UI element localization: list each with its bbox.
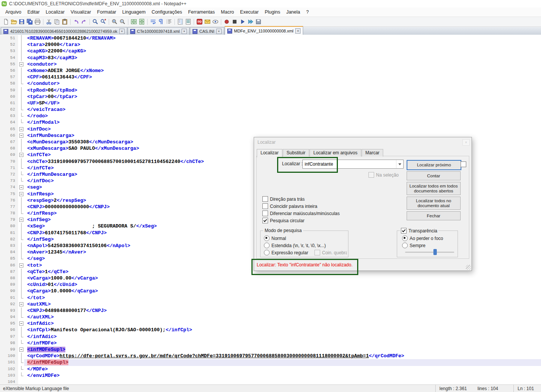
line-number[interactable]: 52 bbox=[0, 42, 18, 48]
menu-item-plugins[interactable]: Plugins bbox=[262, 8, 283, 16]
code-line[interactable]: 57<CPF>06141136443</CPF> bbox=[0, 74, 541, 80]
line-number[interactable]: 96 bbox=[0, 327, 18, 333]
code-text[interactable] bbox=[24, 379, 541, 385]
line-number[interactable]: 64 bbox=[0, 119, 18, 126]
code-line[interactable]: 103</enviMDFe> bbox=[0, 372, 541, 379]
code-line[interactable]: 63</rodo> bbox=[0, 113, 541, 119]
line-number[interactable]: 84 bbox=[0, 249, 18, 255]
fold-collapse-icon[interactable] bbox=[18, 346, 24, 353]
run-macro-multiple-icon[interactable] bbox=[247, 18, 254, 25]
search-value[interactable]: infContratante bbox=[303, 161, 396, 167]
code-line[interactable]: 61<UF>SP</UF> bbox=[0, 100, 541, 106]
line-number[interactable]: 83 bbox=[0, 243, 18, 249]
fold-collapse-icon[interactable] bbox=[18, 184, 24, 191]
line-number[interactable]: 104 bbox=[0, 379, 18, 385]
tab-close-icon[interactable] bbox=[295, 28, 301, 34]
find-all-current-doc-button[interactable]: Localizar todos no documento atual bbox=[407, 197, 461, 210]
tab-close-icon[interactable] bbox=[216, 29, 222, 34]
doc-map-icon[interactable] bbox=[177, 18, 184, 25]
count-button[interactable]: Contar bbox=[407, 171, 461, 180]
sync-horizontal-icon[interactable] bbox=[138, 18, 145, 25]
file-tab[interactable]: CAS.INI bbox=[190, 27, 224, 35]
undo-icon[interactable] bbox=[72, 18, 80, 25]
function-list-icon[interactable] bbox=[185, 18, 192, 25]
code-text[interactable]: </infAdic> bbox=[24, 334, 541, 340]
line-number[interactable]: 60 bbox=[0, 94, 18, 100]
find-next-button[interactable]: Localizar próximo bbox=[407, 160, 461, 170]
new-file-icon[interactable] bbox=[2, 18, 9, 25]
code-line[interactable]: 97</infAdic> bbox=[0, 334, 541, 340]
line-number[interactable]: 92 bbox=[0, 301, 18, 307]
slider-thumb[interactable] bbox=[433, 249, 437, 255]
code-text[interactable]: <infDoc> bbox=[24, 126, 541, 132]
find-all-open-docs-button[interactable]: Localizar todos em todos documentos aber… bbox=[407, 182, 461, 195]
line-number[interactable]: 97 bbox=[0, 334, 18, 340]
line-number[interactable]: 91 bbox=[0, 295, 18, 301]
line-number[interactable]: 61 bbox=[0, 100, 18, 106]
line-number[interactable]: 66 bbox=[0, 132, 18, 139]
line-number[interactable]: 72 bbox=[0, 171, 18, 178]
code-line[interactable]: 64</infModal> bbox=[0, 119, 541, 126]
code-line[interactable]: 53<capKG>22000</capKG> bbox=[0, 48, 541, 54]
line-number[interactable]: 80 bbox=[0, 223, 18, 229]
line-number[interactable]: 87 bbox=[0, 269, 18, 275]
code-line[interactable]: 59<tpRod>06</tpRod> bbox=[0, 87, 541, 94]
fold-collapse-icon[interactable] bbox=[18, 132, 24, 139]
code-line[interactable]: 54<capM3>83</capM3> bbox=[0, 55, 541, 61]
code-line[interactable]: 58</condutor> bbox=[0, 80, 541, 87]
find-icon[interactable] bbox=[92, 18, 99, 25]
code-text[interactable]: </enviMDFe> bbox=[24, 372, 541, 379]
code-text[interactable]: </infModal> bbox=[24, 119, 541, 126]
find-dialog-tab[interactable]: Localizar em arquivos bbox=[310, 149, 361, 157]
code-line[interactable]: 56<xNome>ADEIR JORGE</xNome> bbox=[0, 68, 541, 74]
monitor-eye-icon[interactable] bbox=[212, 18, 219, 25]
cut-icon[interactable] bbox=[45, 18, 52, 25]
line-number[interactable]: 89 bbox=[0, 281, 18, 288]
save-macro-icon[interactable] bbox=[255, 18, 262, 25]
line-number[interactable]: 98 bbox=[0, 340, 18, 346]
line-number[interactable]: 71 bbox=[0, 165, 18, 171]
code-text[interactable]: </infMDFe> bbox=[24, 340, 541, 346]
code-line[interactable]: 55<condutor> bbox=[0, 61, 541, 68]
line-number[interactable]: 101 bbox=[0, 359, 18, 366]
menu-item-localizar[interactable]: Localizar bbox=[43, 8, 68, 16]
record-macro-icon[interactable] bbox=[223, 18, 230, 25]
line-number[interactable]: 100 bbox=[0, 353, 18, 359]
line-number[interactable]: 51 bbox=[0, 35, 18, 42]
fold-collapse-icon[interactable] bbox=[18, 191, 24, 197]
line-number[interactable]: 102 bbox=[0, 366, 18, 372]
code-line[interactable]: 101</infMDFeSupl> bbox=[0, 359, 541, 366]
code-text[interactable]: <capKG>22000</capKG> bbox=[24, 48, 541, 54]
line-number[interactable]: 77 bbox=[0, 204, 18, 210]
resize-grip-icon[interactable] bbox=[466, 265, 471, 270]
code-line[interactable]: 93<CNPJ>04898488000177</CNPJ> bbox=[0, 307, 541, 314]
menu-item-editar[interactable]: Editar bbox=[24, 8, 43, 16]
line-number[interactable]: 86 bbox=[0, 262, 18, 269]
code-text[interactable]: <UF>SP</UF> bbox=[24, 100, 541, 106]
line-number[interactable]: 81 bbox=[0, 230, 18, 236]
line-number[interactable]: 70 bbox=[0, 158, 18, 165]
file-tab[interactable]: CTe100000397418.xml bbox=[128, 27, 190, 35]
line-number[interactable]: 56 bbox=[0, 68, 18, 74]
find-dialog-tab[interactable]: Substituir bbox=[283, 149, 309, 157]
line-number[interactable]: 94 bbox=[0, 314, 18, 320]
dialog-close-icon[interactable] bbox=[462, 139, 470, 146]
code-text[interactable]: <cUnid>01</cUnid> bbox=[24, 281, 541, 288]
line-number[interactable]: 68 bbox=[0, 145, 18, 152]
code-line[interactable]: 89<cUnid>01</cUnid> bbox=[0, 281, 541, 288]
slider-track[interactable] bbox=[405, 252, 454, 253]
code-text[interactable]: </MDFe> bbox=[24, 366, 541, 372]
fold-collapse-icon[interactable] bbox=[18, 217, 24, 223]
zoom-out-icon[interactable] bbox=[119, 18, 126, 25]
copy-icon[interactable] bbox=[53, 18, 60, 25]
line-number[interactable]: 54 bbox=[0, 55, 18, 61]
code-line[interactable]: 96<infCpl>Manifesto Operacional(RJO/SAO-… bbox=[0, 327, 541, 333]
code-line[interactable]: 95<infAdic> bbox=[0, 320, 541, 327]
menu-item-configuraes[interactable]: Configurações bbox=[149, 8, 185, 16]
zoom-in-icon[interactable] bbox=[111, 18, 118, 25]
line-number[interactable]: 85 bbox=[0, 255, 18, 262]
line-number[interactable]: 103 bbox=[0, 372, 18, 379]
code-line[interactable]: 98</infMDFe> bbox=[0, 340, 541, 346]
line-number[interactable]: 95 bbox=[0, 320, 18, 327]
line-number[interactable]: 88 bbox=[0, 275, 18, 281]
